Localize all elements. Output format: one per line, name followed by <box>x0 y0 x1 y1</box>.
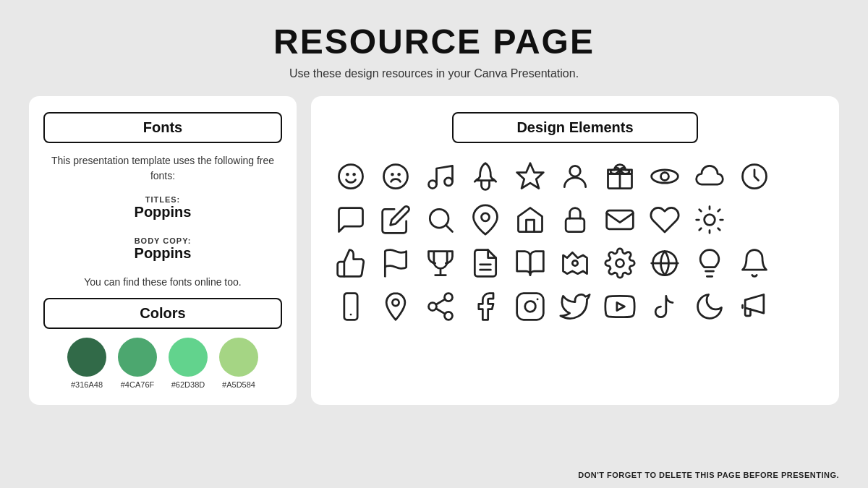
icon-empty3 <box>777 200 822 240</box>
icon-book <box>508 243 553 283</box>
icon-document <box>463 243 508 283</box>
svg-marker-8 <box>517 163 544 189</box>
swatch-item: #316A48 <box>67 338 106 389</box>
svg-point-4 <box>392 174 393 175</box>
icon-location <box>373 286 418 327</box>
left-panel: Fonts This presentation template uses th… <box>29 96 297 405</box>
swatch-circle <box>67 338 106 377</box>
design-elements-label: Design Elements <box>452 112 698 143</box>
swatch-circle <box>118 338 157 377</box>
icons-grid <box>328 156 822 327</box>
titles-font-entry: TITLES: Poppins <box>43 195 282 221</box>
swatch-circle <box>219 338 258 377</box>
icon-lock <box>553 200 597 240</box>
icon-music <box>418 156 463 197</box>
icon-megaphone <box>732 286 777 327</box>
icon-share <box>418 286 463 327</box>
icon-twitter <box>553 286 597 327</box>
icon-bell <box>732 243 777 283</box>
icon-facebook <box>463 286 508 327</box>
icon-person <box>553 156 597 197</box>
colors-section: Colors #316A48#4CA76F#62D38D#A5D584 <box>43 298 282 389</box>
svg-point-0 <box>339 165 363 189</box>
svg-point-15 <box>482 213 490 221</box>
swatch-item: #4CA76F <box>118 338 157 389</box>
svg-marker-35 <box>617 302 625 310</box>
icon-trophy <box>418 243 463 283</box>
svg-point-7 <box>445 178 453 186</box>
svg-point-27 <box>392 299 399 306</box>
icon-youtube <box>597 286 642 327</box>
icon-mail <box>597 200 642 240</box>
swatch-label: #4CA76F <box>121 380 154 389</box>
svg-rect-16 <box>566 218 584 231</box>
colors-section-label: Colors <box>43 298 282 329</box>
icon-search <box>418 200 463 240</box>
svg-point-23 <box>616 260 624 267</box>
icon-empty2 <box>732 200 777 240</box>
fonts-section-label: Fonts <box>43 112 282 143</box>
icon-pencil <box>373 200 418 240</box>
body-label: BODY COPY: <box>43 236 282 245</box>
icon-globe <box>642 243 687 283</box>
swatch-label: #A5D584 <box>222 380 255 389</box>
icon-home <box>508 200 553 240</box>
svg-point-9 <box>570 166 581 176</box>
icon-heart <box>642 200 687 240</box>
page-title: RESOURCE PAGE <box>273 22 595 61</box>
svg-rect-33 <box>517 294 544 320</box>
svg-point-5 <box>399 174 400 175</box>
fonts-description: This presentation template uses the foll… <box>43 153 282 184</box>
icon-tiktok <box>642 286 687 327</box>
icon-eye <box>642 156 687 197</box>
swatch-label: #62D38D <box>171 380 205 389</box>
icon-empty1 <box>777 156 822 197</box>
icon-flag <box>373 243 418 283</box>
icon-empty5 <box>777 286 822 327</box>
design-elements-header: Design Elements <box>328 112 822 143</box>
svg-line-31 <box>436 309 446 314</box>
color-swatches: #316A48#4CA76F#62D38D#A5D584 <box>43 338 282 389</box>
icon-sun <box>687 200 732 240</box>
svg-point-14 <box>430 209 448 228</box>
icon-rocket <box>463 156 508 197</box>
icon-sad <box>373 156 418 197</box>
page-subtitle: Use these design resources in your Canva… <box>289 67 579 80</box>
icon-empty4 <box>777 243 822 283</box>
swatch-item: #62D38D <box>169 338 208 389</box>
svg-point-12 <box>661 173 669 181</box>
icon-pin <box>463 200 508 240</box>
svg-point-1 <box>347 174 349 175</box>
icon-moon <box>687 286 732 327</box>
swatch-circle <box>169 338 208 377</box>
main-content: Fonts This presentation template uses th… <box>29 96 839 405</box>
icon-star <box>508 156 553 197</box>
svg-point-18 <box>705 215 715 226</box>
svg-rect-17 <box>607 210 634 229</box>
titles-font-name: Poppins <box>43 204 282 221</box>
titles-label: TITLES: <box>43 195 282 204</box>
icon-clock <box>732 156 777 197</box>
svg-point-6 <box>429 181 437 189</box>
icon-chat <box>328 200 373 240</box>
svg-line-32 <box>436 299 446 304</box>
svg-rect-25 <box>344 294 357 320</box>
icon-thumbsup <box>328 243 373 283</box>
svg-point-3 <box>384 165 408 189</box>
icon-gear <box>597 243 642 283</box>
icon-settings-map <box>553 243 597 283</box>
svg-point-2 <box>354 174 355 175</box>
footer-note: DON'T FORGET TO DELETE THIS PAGE BEFORE … <box>578 471 839 479</box>
svg-point-22 <box>572 260 577 265</box>
svg-point-28 <box>445 294 453 301</box>
body-font-entry: BODY COPY: Poppins <box>43 236 282 262</box>
swatch-label: #316A48 <box>71 380 103 389</box>
right-panel: Design Elements <box>311 96 839 405</box>
icon-smiley <box>328 156 373 197</box>
swatch-item: #A5D584 <box>219 338 258 389</box>
svg-point-29 <box>429 303 437 311</box>
find-fonts-text: You can find these fonts online too. <box>43 276 282 288</box>
icon-instagram <box>508 286 553 327</box>
icon-phone <box>328 286 373 327</box>
icon-cloud <box>687 156 732 197</box>
